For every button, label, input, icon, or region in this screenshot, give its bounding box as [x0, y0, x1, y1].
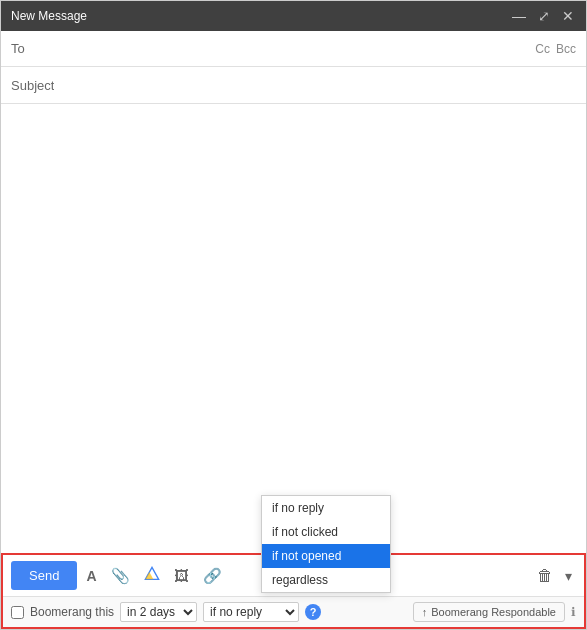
subject-field-row: Subject	[1, 67, 586, 103]
dropdown-item-regardless[interactable]: regardless	[262, 568, 390, 592]
message-body[interactable]	[1, 104, 586, 553]
minimize-button[interactable]: —	[510, 7, 528, 25]
dropdown-item-no-reply[interactable]: if no reply	[262, 496, 390, 520]
window-title: New Message	[11, 9, 87, 23]
to-field-row: To Cc Bcc	[1, 31, 586, 67]
compose-fields: To Cc Bcc Subject	[1, 31, 586, 104]
respondable-arrow-icon: ↑	[422, 606, 428, 618]
dropdown-item-not-clicked[interactable]: if not clicked	[262, 520, 390, 544]
expand-button[interactable]: ⤢	[536, 7, 552, 25]
attach-button[interactable]: 📎	[106, 563, 135, 589]
more-options-button[interactable]: ▾	[561, 564, 576, 588]
respondable-label: Boomerang Respondable	[431, 606, 556, 618]
photo-icon: 🖼	[174, 567, 189, 584]
drive-button[interactable]	[139, 562, 165, 589]
attach-icon: 📎	[111, 567, 130, 585]
bottom-toolbar: if no reply if not clicked if not opened…	[1, 553, 586, 629]
formatting-icon: A	[86, 568, 96, 584]
subject-label: Subject	[11, 78, 54, 93]
close-button[interactable]: ✕	[560, 7, 576, 25]
formatting-button[interactable]: A	[81, 564, 101, 588]
title-bar-controls: — ⤢ ✕	[510, 7, 576, 25]
help-button[interactable]: ?	[305, 604, 321, 620]
condition-dropdown: if no reply if not clicked if not opened…	[261, 495, 391, 593]
boomerang-respondable-button[interactable]: ↑ Boomerang Respondable	[413, 602, 565, 622]
delete-button[interactable]: 🗑	[533, 563, 557, 589]
send-button[interactable]: Send	[11, 561, 77, 590]
cc-link[interactable]: Cc	[535, 42, 550, 56]
link-button[interactable]: 🔗	[198, 563, 227, 589]
compose-window: New Message — ⤢ ✕ To Cc Bcc Subject if n…	[0, 0, 587, 630]
drive-icon	[144, 566, 160, 585]
to-input[interactable]	[51, 41, 535, 56]
toolbar-row-2: Boomerang this in 2 days in 1 day in 3 d…	[3, 596, 584, 627]
boomerang-days-select[interactable]: in 2 days in 1 day in 3 days in 1 week	[120, 602, 197, 622]
cc-bcc-links: Cc Bcc	[535, 42, 576, 56]
photo-button[interactable]: 🖼	[169, 563, 194, 588]
link-icon: 🔗	[203, 567, 222, 585]
boomerang-checkbox[interactable]	[11, 606, 24, 619]
info-icon[interactable]: ℹ	[571, 605, 576, 619]
boomerang-condition-select[interactable]: if no reply if not opened if not clicked…	[203, 602, 299, 622]
dropdown-item-not-opened[interactable]: if not opened	[262, 544, 390, 568]
title-bar: New Message — ⤢ ✕	[1, 1, 586, 31]
bcc-link[interactable]: Bcc	[556, 42, 576, 56]
boomerang-label: Boomerang this	[30, 605, 114, 619]
subject-input[interactable]	[54, 78, 576, 93]
to-label: To	[11, 41, 51, 56]
